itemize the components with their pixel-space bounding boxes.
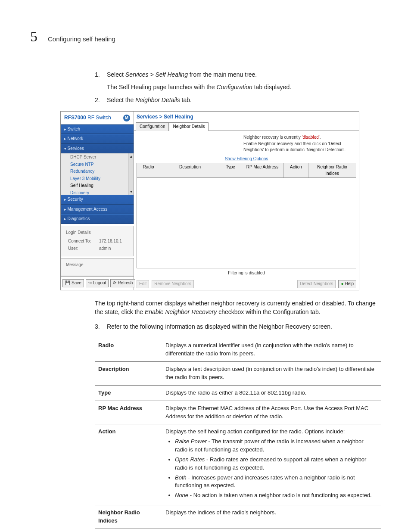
step-3-text: Refer to the following information as di… <box>107 323 332 330</box>
help-button[interactable]: ● Help <box>338 280 356 288</box>
def-action-intro: Displays the self healing action configu… <box>165 428 345 435</box>
brand-logo-icon: M <box>123 115 130 121</box>
show-filtering-link[interactable]: Show Filtering Options <box>134 156 359 163</box>
def-action-opt-3: Both - Increases power and increases rat… <box>175 474 377 490</box>
brand-bold: RFS7000 <box>64 115 86 121</box>
step-2-text-b: Neighbor Details <box>135 96 180 103</box>
login-connect-v: 172.16.10.1 <box>99 238 122 245</box>
opt2-b: Open Rates <box>175 456 205 463</box>
refresh-icon: ⟳ <box>113 280 116 286</box>
login-details-box: Login Details Connect To:172.16.10.1 Use… <box>61 226 134 257</box>
def-mac-term: RP Mac Address <box>95 401 162 424</box>
page-header: 5 Configuring self healing <box>30 26 381 47</box>
svc-layer3[interactable]: Layer 3 Mobility <box>61 175 134 183</box>
message-legend: Message <box>65 262 85 268</box>
def-action-opt-1: Raise Power - The transmit power of the … <box>175 438 377 454</box>
remove-neighbors-button[interactable]: Remove Neighbors <box>152 280 194 288</box>
step-1-sub-a: The Self Healing page launches with the <box>107 84 217 90</box>
def-action-desc: Displays the self healing action configu… <box>162 424 381 505</box>
col-description[interactable]: Description <box>160 163 220 177</box>
scroll-down-icon[interactable]: ▾ <box>130 189 132 195</box>
save-button[interactable]: 💾Save <box>62 279 84 287</box>
step-1-text-a: Select <box>107 71 125 78</box>
step-1-number: 1. <box>95 70 100 79</box>
step-1-sub-c: tab displayed. <box>252 84 291 90</box>
field-definition-table: Radio Displays a numerical identifier us… <box>95 338 381 529</box>
def-radio-desc: Displays a numerical identifier used (in… <box>162 338 381 362</box>
save-icon: 💾 <box>65 280 70 286</box>
login-connect-k: Connect To: <box>68 238 95 245</box>
nav-services[interactable]: Services <box>61 144 134 154</box>
step-1-text-c: from the main menu tree. <box>188 71 257 78</box>
step-2-text-c: tab. <box>180 96 192 103</box>
step-1: 1. Select Services > Self Healing from t… <box>95 70 381 91</box>
logout-icon: ↪ <box>88 280 92 286</box>
step-3: 3. Refer to the following information as… <box>95 322 381 331</box>
svc-dhcp[interactable]: DHCP Server <box>61 154 134 161</box>
step-1-sub-b: Configuration <box>217 84 252 90</box>
svc-ntp[interactable]: Secure NTP <box>61 161 134 168</box>
svc-redundancy[interactable]: Redundancy <box>61 168 134 175</box>
opt4-r: - No action is taken when a neighbor rad… <box>188 492 372 498</box>
notice-1c: . <box>320 135 321 140</box>
table-empty-body <box>137 178 356 268</box>
notice-disabled: 'disabled' <box>302 135 320 140</box>
post-screenshot-note: The top right-hand corner displays wheth… <box>95 299 381 317</box>
nav-switch[interactable]: Switch <box>61 124 134 134</box>
nav-security[interactable]: Security <box>61 195 134 205</box>
col-radio[interactable]: Radio <box>137 163 160 177</box>
nav-diag[interactable]: Diagnostics <box>61 214 134 224</box>
col-rp-mac[interactable]: RP Mac Address <box>241 163 284 177</box>
def-mac-desc: Displays the Ethernet MAC address of the… <box>162 401 381 424</box>
notice-1a: Neighbor recovery is currently <box>243 135 302 140</box>
post-c: checkbox within the Configuration tab. <box>217 308 320 315</box>
brand-bar: RFS7000 RF Switch M <box>61 112 134 124</box>
def-radio-term: Radio <box>95 338 162 362</box>
def-action-opt-2: Open Rates - Radio rates are decreased t… <box>175 456 377 472</box>
services-scrollbar[interactable]: ▴ ▾ <box>128 153 134 195</box>
refresh-button[interactable]: ⟳Refresh <box>110 279 135 287</box>
message-box: Message <box>61 258 134 276</box>
def-nri-term: Neighbor Radio Indices <box>95 505 162 529</box>
opt3-b: Both <box>175 474 187 481</box>
filter-status: Filtering is disabled <box>134 268 359 278</box>
nav-mgmt[interactable]: Management Access <box>61 205 134 215</box>
tab-configuration[interactable]: Configuration <box>136 122 169 131</box>
svc-discovery[interactable]: Discovery <box>61 190 134 195</box>
help-icon: ● <box>341 281 343 287</box>
def-type-desc: Displays the radio as either a 802.11a o… <box>162 385 381 401</box>
logout-button[interactable]: ↪Logout <box>86 279 109 287</box>
col-type[interactable]: Type <box>220 163 241 177</box>
login-legend: Login Details <box>65 230 92 236</box>
scroll-up-icon[interactable]: ▴ <box>130 153 132 160</box>
recovery-notice: Neighbor recovery is currently 'disabled… <box>134 131 359 156</box>
services-subtree: DHCP Server Secure NTP Redundancy Layer … <box>61 153 134 195</box>
def-action-opt-4: None - No action is taken when a neighbo… <box>175 492 377 500</box>
col-nri[interactable]: Neighbor Radio Indices <box>308 163 356 177</box>
neighbor-table: Radio Description Type RP Mac Address Ac… <box>137 163 356 268</box>
def-nri-desc: Displays the indices of the radio's neig… <box>162 505 381 529</box>
edit-button[interactable]: Edit <box>137 280 149 288</box>
login-user-v: admin <box>99 246 111 252</box>
step-1-text-b: Services > Self Healing <box>125 71 188 78</box>
opt1-b: Raise Power <box>175 438 207 445</box>
svc-self-healing[interactable]: Self Healing <box>61 182 134 190</box>
step-3-number: 3. <box>95 322 100 331</box>
chapter-title: Configuring self healing <box>48 34 115 44</box>
opt3-r: - Increases power and increases rates wh… <box>175 474 355 489</box>
step-2-text-a: Select the <box>107 96 135 103</box>
app-screenshot: RFS7000 RF Switch M Switch Network Servi… <box>60 111 359 290</box>
def-action-term: Action <box>95 424 162 505</box>
detect-neighbors-button[interactable]: Detect Neighbors <box>297 280 336 288</box>
def-description-desc: Displays a text description used (in con… <box>162 362 381 386</box>
login-user-k: User: <box>68 246 95 252</box>
col-action[interactable]: Action <box>284 163 308 177</box>
def-description-term: Description <box>95 362 162 386</box>
notice-2: Enable Neighbor recovery and then click … <box>243 141 346 152</box>
nav-network[interactable]: Network <box>61 134 134 144</box>
opt4-b: None <box>175 492 188 498</box>
tab-neighbor-details[interactable]: Neighbor Details <box>169 122 209 131</box>
step-2: 2. Select the Neighbor Details tab. <box>95 96 381 104</box>
def-type-term: Type <box>95 385 162 401</box>
post-b: Enable Neighbor Recovery <box>145 308 217 315</box>
